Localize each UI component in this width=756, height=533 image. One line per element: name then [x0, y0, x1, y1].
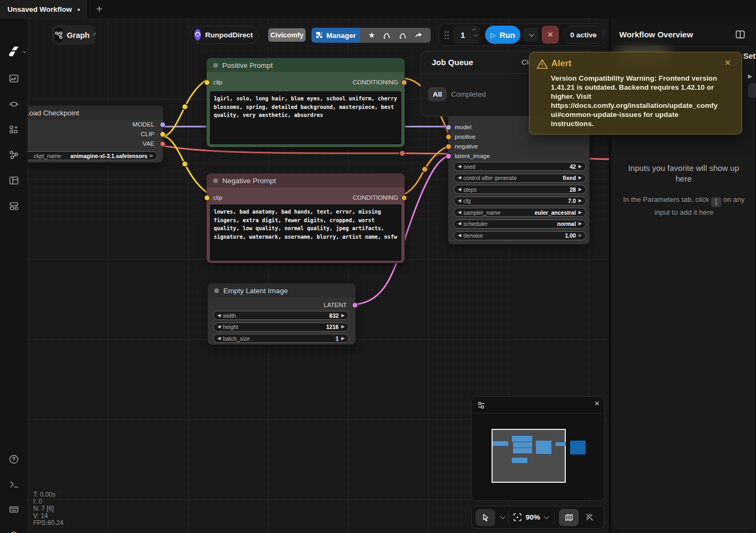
output-port-model[interactable] — [160, 122, 165, 127]
sidebar-item-model-library[interactable] — [0, 121, 28, 139]
manager-button[interactable]: Manager — [311, 28, 360, 43]
workflow-tab[interactable]: Unsaved Workflow ● — [0, 0, 88, 19]
widget-prev-icon[interactable]: ◀ — [217, 336, 221, 341]
widget-prev-icon[interactable]: ◀ — [458, 233, 461, 238]
drag-handle-icon[interactable] — [444, 30, 449, 39]
output-port-latent[interactable] — [353, 303, 357, 308]
cfg-widget[interactable]: ◀ cfg 7.0 ▶ — [454, 197, 586, 206]
output-label-conditioning: CONDITIONING — [353, 194, 398, 201]
widget-next-icon[interactable]: ▶ — [341, 336, 345, 341]
widget-next-icon[interactable]: ▶ — [579, 199, 582, 203]
input-port-negative[interactable] — [446, 144, 451, 149]
runpod-direct-button[interactable]: RunpodDirect — [190, 26, 259, 44]
widget-prev-icon[interactable]: ◀ — [217, 313, 221, 318]
collapse-dot[interactable] — [213, 178, 218, 183]
panel-toggle-button[interactable] — [732, 27, 747, 42]
run-button[interactable]: ▷ Run — [485, 26, 520, 44]
active-jobs-badge[interactable]: 0 active — [563, 26, 604, 44]
prompt-textarea[interactable]: lowres, bad anatomy, bad hands, text, er… — [210, 205, 401, 261]
fit-view-icon[interactable] — [513, 513, 522, 522]
cancel-button[interactable]: × — [542, 26, 559, 44]
prompt-textarea[interactable]: 1girl, solo, long hair, blue eyes, schoo… — [210, 91, 401, 144]
sidebar-item-help[interactable] — [0, 450, 28, 468]
batch-size-widget[interactable]: ◀ batch_size 1 ▶ — [213, 334, 349, 343]
link-visibility-icon[interactable] — [585, 513, 594, 522]
sidebar-item-shortcuts[interactable] — [0, 500, 28, 519]
manager-extra-buttons: ★ — [360, 28, 431, 43]
sidebar-item-layout[interactable] — [0, 171, 28, 190]
panel-edge-button[interactable] — [748, 83, 756, 98]
star-icon[interactable]: ★ — [368, 30, 375, 40]
zoom-level[interactable]: 90% — [526, 513, 540, 521]
minimap-options-icon[interactable] — [477, 401, 486, 410]
scheduler-widget[interactable]: ◀ scheduler normal ▶ — [454, 220, 586, 229]
widget-prev-icon[interactable]: ◀ — [458, 187, 461, 192]
widget-next-icon[interactable]: ▶ — [341, 325, 345, 329]
widget-prev-icon[interactable]: ◀ — [458, 222, 461, 226]
output-port-vae[interactable] — [160, 142, 165, 146]
steps-widget[interactable]: ◀ steps 28 ▶ — [454, 185, 586, 194]
widget-prev-icon[interactable]: ◀ — [458, 164, 461, 169]
node-empty-latent-image[interactable]: Empty Latent Image LATENT ◀ width 832 ▶ … — [207, 283, 356, 345]
queue-tab-all[interactable]: All — [428, 87, 447, 101]
output-port-conditioning[interactable] — [402, 80, 407, 85]
height-widget[interactable]: ◀ height 1216 ▶ — [213, 323, 349, 332]
input-port-model[interactable] — [446, 125, 451, 130]
alert-close-icon[interactable]: × — [724, 57, 731, 69]
sidebar-item-terminal[interactable] — [0, 475, 28, 493]
extension-icon[interactable] — [383, 32, 391, 40]
sidebar-item-workflows[interactable] — [0, 146, 28, 164]
widget-next-icon[interactable]: ▶ — [579, 176, 582, 180]
seed-widget[interactable]: ◀ seed 42 ▶ — [454, 162, 586, 171]
widget-next-icon[interactable]: ▶ — [579, 233, 582, 238]
output-port-conditioning[interactable] — [402, 195, 407, 200]
combo-arrow-icon[interactable]: ▶ — [150, 154, 153, 158]
sidebar-item-settings[interactable]: ⚙ — [0, 526, 28, 533]
widget-next-icon[interactable]: ▶ — [579, 210, 582, 215]
widget-prev-icon[interactable]: ◀ — [458, 210, 461, 215]
stepper-up-icon[interactable] — [472, 28, 476, 32]
output-port-clip[interactable] — [160, 132, 165, 137]
comfy-logo-menu[interactable] — [6, 45, 25, 59]
sidebar-item-queue-gallery[interactable] — [0, 69, 28, 88]
extension-icon[interactable] — [399, 32, 407, 40]
queue-tab-completed[interactable]: Completed — [451, 90, 486, 98]
denoise-widget[interactable]: ◀ denoise 1.00 ▶ — [454, 231, 586, 240]
civicomfy-button[interactable]: Civicomfy — [268, 28, 306, 42]
run-controls: 1 ▷ Run × 0 active — [439, 23, 604, 46]
stepper-down-icon[interactable] — [473, 33, 477, 37]
collapse-dot[interactable] — [214, 288, 219, 293]
batch-count-stepper[interactable]: 1 — [453, 26, 480, 44]
widget-next-icon[interactable]: ▶ — [341, 313, 345, 318]
input-port-clip[interactable] — [205, 80, 209, 85]
pointer-tool-chevron-icon[interactable] — [500, 514, 505, 519]
node-negative-prompt[interactable]: Negative Prompt clip CONDITIONING lowres… — [206, 173, 405, 263]
collapse-dot[interactable] — [213, 63, 218, 68]
input-port-latent-image[interactable] — [446, 154, 451, 159]
zoom-chevron-icon[interactable] — [544, 514, 549, 519]
sampler-name-widget[interactable]: ◀ sampler_name euler_ancestral ▶ — [454, 208, 586, 217]
sidebar-item-templates[interactable] — [0, 197, 28, 215]
widget-next-icon[interactable]: ▶ — [579, 164, 582, 169]
minimap-node — [536, 441, 551, 454]
widget-prev-icon[interactable]: ◀ — [217, 325, 221, 329]
sidebar-item-node-library[interactable] — [0, 95, 28, 113]
minimap-toggle-button[interactable] — [559, 509, 579, 526]
widget-prev-icon[interactable]: ◀ — [458, 176, 461, 180]
widget-prev-icon[interactable]: ◀ — [458, 199, 461, 203]
ckpt-name-combo[interactable]: ckpt_name animagine-xl-3.1.safetensors ▶ — [11, 151, 158, 160]
graph-selector-button[interactable]: Graph — [52, 25, 95, 45]
share-arrow-icon[interactable] — [415, 32, 423, 39]
node-positive-prompt[interactable]: Positive Prompt clip CONDITIONING 1girl,… — [206, 58, 405, 147]
widget-next-icon[interactable]: ▶ — [579, 187, 582, 192]
pointer-tool-button[interactable] — [476, 509, 495, 526]
panel-tab-partial[interactable]: Set — [743, 51, 755, 60]
width-widget[interactable]: ◀ width 832 ▶ — [213, 311, 349, 320]
widget-next-icon[interactable]: ▶ — [579, 222, 582, 226]
control-after-generate-widget[interactable]: ◀ control after generate fixed ▶ — [454, 174, 586, 183]
minimap-close-icon[interactable]: × — [595, 399, 599, 409]
new-workflow-button[interactable]: + — [92, 2, 107, 17]
run-options-button[interactable] — [523, 28, 538, 42]
input-port-clip[interactable] — [205, 195, 209, 200]
input-port-positive[interactable] — [446, 135, 451, 139]
